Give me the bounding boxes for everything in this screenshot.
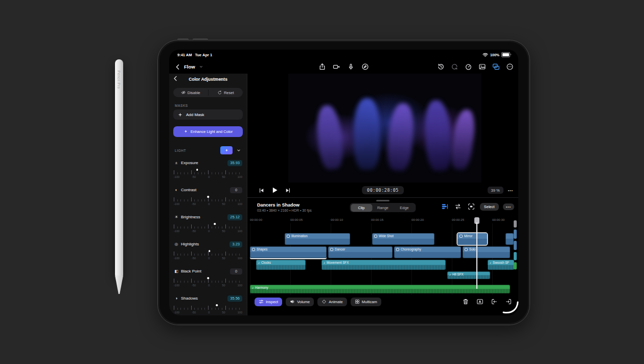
mode-range[interactable]: Range — [372, 204, 394, 212]
slider-brightness[interactable]: ☀Brightness25.12-100-50050100 — [169, 212, 247, 239]
light-collapse-chevron-icon[interactable] — [235, 146, 243, 154]
back-chevron-icon[interactable] — [173, 62, 182, 72]
viewer-more-button[interactable]: ••• — [508, 189, 513, 192]
redo-icon[interactable] — [450, 62, 459, 72]
clip-name: Choreography — [401, 247, 421, 251]
mic-icon[interactable] — [347, 62, 356, 72]
clip-dancer[interactable]: Dancer — [328, 246, 393, 258]
slider-shadows[interactable]: ◑Shadows35.56-100-50050100 — [169, 293, 247, 315]
dancer-figure — [354, 98, 380, 170]
dancer-figure — [385, 102, 416, 172]
slider-black-point[interactable]: ◧Black Point0-100-50050100 — [169, 266, 247, 293]
slider-marker[interactable] — [216, 304, 218, 306]
mode-clip[interactable]: Clip — [351, 204, 372, 212]
multicam-label: Multicam — [362, 300, 377, 304]
apple-pencil: Pencil Pro — [115, 59, 123, 276]
slider-value[interactable]: 25.12 — [227, 214, 242, 220]
slider-marker[interactable] — [209, 250, 211, 252]
animate-button[interactable]: Animate — [317, 298, 347, 306]
select-button[interactable]: Select — [480, 203, 499, 211]
camera-icon[interactable] — [332, 62, 341, 72]
clip-shapes[interactable]: Shapes — [250, 246, 327, 258]
slider-marker[interactable] — [214, 223, 216, 225]
clip-video-icon — [287, 235, 290, 238]
slider-icon: ◧ — [174, 269, 179, 274]
viewfinder-icon[interactable] — [467, 202, 476, 211]
slider-ruler[interactable] — [174, 278, 242, 283]
trash-icon[interactable] — [461, 297, 470, 306]
panel-back-chevron-icon[interactable] — [172, 75, 179, 82]
clip-video-icon — [374, 235, 377, 238]
timeline-tracks[interactable]: IlluminationWide ShotMirrorShapesDancerC… — [247, 223, 518, 295]
clip-name: Harmony — [255, 286, 268, 289]
audio-lanes-icon[interactable] — [440, 202, 449, 211]
timeline-minimap[interactable] — [514, 220, 517, 269]
project-title[interactable]: Flow — [184, 64, 195, 70]
clip-wide-shot[interactable]: Wide Shot — [372, 233, 434, 245]
add-mask-button[interactable]: Add Mask — [173, 109, 243, 120]
clip-illumination[interactable]: Illumination — [285, 233, 350, 245]
disable-reset-segment: Disable Reset — [173, 88, 243, 97]
slider-exposure[interactable]: ±Exposure35.93-100-50050100 — [169, 158, 247, 185]
title-chevron-down-icon[interactable] — [197, 62, 206, 72]
timeline-resize-handle[interactable] — [376, 200, 389, 201]
clip-video-icon — [330, 248, 333, 251]
clip-mirror[interactable]: Mirror — [457, 233, 487, 245]
clip-harmony[interactable]: ♪Harmony — [250, 285, 510, 293]
pencil-engraving: Pencil Pro — [117, 71, 121, 89]
clip-untitled[interactable] — [505, 233, 514, 245]
clip-clocks[interactable]: ♪Clocks — [256, 260, 306, 270]
disable-button[interactable]: Disable — [173, 88, 208, 97]
slider-value[interactable]: 0 — [230, 187, 242, 193]
annotate-icon[interactable] — [361, 62, 370, 72]
slider-highlights[interactable]: ◎Highlights3.23-100-50050100 — [169, 239, 247, 266]
skip-forward-icon[interactable] — [283, 186, 292, 195]
slider-value[interactable]: 35.93 — [227, 160, 242, 166]
slider-value[interactable]: 0 — [230, 268, 242, 275]
slider-scale-labels: -100-50050100 — [174, 284, 242, 287]
clip-hit-sfx[interactable]: ♪Hit SFX — [447, 271, 490, 279]
slider-marker[interactable] — [207, 196, 209, 198]
slider-value[interactable]: 35.56 — [227, 295, 242, 302]
slider-ruler[interactable] — [174, 170, 242, 174]
inspect-button[interactable]: Inspect — [255, 298, 282, 306]
ruler-label: 00:00:00 — [250, 218, 262, 221]
slider-ruler[interactable] — [174, 197, 242, 201]
overlay-icon[interactable] — [491, 62, 500, 72]
clip-swoosh-sf[interactable]: ♪Swoosh SF — [488, 260, 514, 270]
photo-icon[interactable] — [477, 62, 487, 72]
slider-ruler[interactable] — [174, 251, 242, 256]
caption-icon[interactable] — [475, 297, 485, 306]
more-circle-icon[interactable] — [505, 62, 514, 72]
slider-icon: ◐ — [174, 188, 179, 192]
slider-marker[interactable] — [196, 169, 198, 171]
slider-ruler[interactable] — [174, 305, 242, 310]
dancer-figure — [315, 104, 345, 170]
mode-edge[interactable]: Edge — [394, 204, 415, 212]
auto-enhance-wand-button[interactable] — [220, 146, 233, 154]
zoom-level[interactable]: 39 % — [488, 187, 503, 194]
trim-swap-icon[interactable] — [453, 202, 463, 211]
insert-icon[interactable] — [490, 297, 499, 306]
history-icon[interactable] — [436, 62, 445, 72]
reset-button[interactable]: Reset — [209, 88, 243, 97]
multicam-button[interactable]: Multicam — [351, 298, 381, 306]
enhance-light-color-button[interactable]: Enhance Light and Color — [173, 126, 243, 137]
slider-marker[interactable] — [207, 277, 209, 279]
speed-icon[interactable] — [464, 62, 473, 72]
clip-movement-sfx[interactable]: ♪Movement SFX — [321, 260, 446, 270]
inspect-label: Inspect — [266, 300, 278, 304]
play-button[interactable] — [270, 186, 279, 195]
minimap-scroll-handle[interactable] — [514, 220, 517, 228]
clip-choreography[interactable]: Choreography — [394, 246, 461, 258]
wifi-icon — [482, 53, 488, 57]
slider-contrast[interactable]: ◐Contrast0-100-50050100 — [169, 185, 247, 212]
slider-value[interactable]: 3.23 — [229, 241, 242, 247]
share-icon[interactable] — [318, 62, 327, 72]
video-preview[interactable] — [288, 74, 481, 183]
slider-ruler[interactable] — [174, 224, 242, 229]
clip-solo[interactable]: Solo — [463, 246, 510, 258]
skip-back-icon[interactable] — [257, 186, 266, 195]
timeline-more-button[interactable]: ••• — [503, 203, 514, 210]
volume-button-bar[interactable]: Volume — [286, 298, 314, 306]
